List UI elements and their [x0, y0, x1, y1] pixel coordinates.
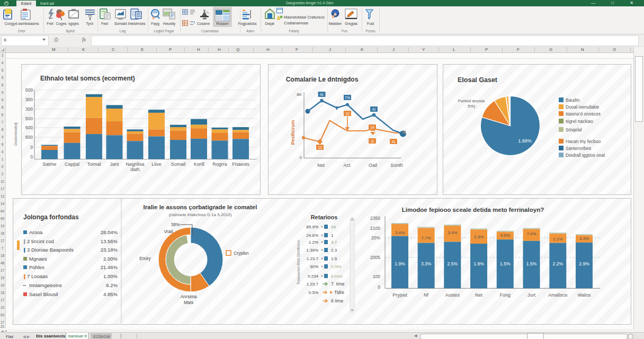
svg-text:Sarseroribes: Sarseroribes [566, 146, 591, 151]
svg-text:1.5: 1.5 [331, 256, 337, 261]
svg-text:41: 41 [320, 93, 324, 96]
svg-text:Comalarie Le dntnigdos: Comalarie Le dntnigdos [286, 76, 359, 83]
svg-text:Deidrall iggtios onal: Deidrall iggtios onal [566, 153, 605, 158]
svg-text:7 Looaas: 7 Looaas [27, 273, 48, 279]
svg-text:0: 0 [30, 145, 33, 150]
svg-text:Nf: Nf [424, 292, 428, 298]
svg-text:Baudin: Baudin [566, 97, 580, 103]
svg-text:Pryjset: Pryjset [392, 292, 407, 298]
svg-text:21.46%: 21.46% [101, 264, 118, 270]
svg-text:1.5%: 1.5% [526, 261, 537, 266]
svg-text:300: 300 [25, 97, 33, 102]
svg-text:Cryplsn: Cryplsn [234, 251, 249, 256]
svg-text:Amalisce: Amalisce [548, 292, 568, 298]
svg-text:0.234: 0.234 [308, 274, 319, 279]
svg-text:Limodoe fepiooo sceale detida: Limodoe fepiooo sceale detida meto ferri… [402, 207, 544, 213]
svg-text:Ethnalo tetal somcs (ecorment): Ethnalo tetal somcs (ecorment) [40, 75, 135, 82]
svg-text:Inniamgeeoins: Inniamgeeoins [29, 282, 62, 288]
svg-text:2.3: 2.3 [331, 248, 337, 253]
svg-text:Arooa: Arooa [29, 229, 43, 235]
svg-text:1.23.7: 1.23.7 [307, 282, 319, 287]
svg-text:Emiry: Emiry [139, 256, 151, 261]
svg-text:Retarioos: Retarioos [311, 214, 338, 220]
svg-text:11: 11 [371, 139, 374, 143]
svg-text:600: 600 [25, 135, 33, 140]
svg-text:Thassanbs RGb Dibhfrimm: Thassanbs RGb Dibhfrimm [297, 240, 300, 285]
svg-text:Somail: Somail [171, 162, 186, 167]
svg-text:3.3%: 3.3% [421, 261, 432, 266]
svg-text:500: 500 [25, 87, 33, 93]
svg-text:Rogrra: Rogrra [212, 162, 227, 167]
svg-text:2.2%: 2.2% [553, 261, 564, 266]
svg-text:0.5%: 0.5% [309, 290, 318, 295]
svg-text:(nsimade lHakcfoss G 1a 5.2010: (nsimade lHakcfoss G 1a 5.2010) [169, 212, 232, 217]
svg-text:13.56%: 13.56% [101, 238, 118, 244]
svg-text:1.39%: 1.39% [306, 248, 318, 253]
svg-text:1.2%: 1.2% [309, 240, 318, 245]
svg-text:2350: 2350 [370, 216, 380, 221]
svg-text:Mais: Mais [184, 300, 193, 305]
svg-text:6.2%: 6.2% [106, 282, 118, 288]
svg-text:Konll: Konll [194, 162, 204, 167]
svg-text:Elosal Gaset: Elosal Gaset [458, 76, 498, 84]
svg-text:13: 13 [318, 146, 322, 149]
svg-text:Net: Net [475, 292, 483, 298]
svg-text:0: 0 [378, 284, 380, 290]
svg-text:4.3%: 4.3% [579, 236, 589, 241]
svg-text:Duoal iverudakie: Duoal iverudakie [566, 104, 600, 110]
svg-text:23.18%: 23.18% [101, 247, 118, 253]
svg-text:Smqelal: Smqelal [566, 127, 582, 132]
svg-text:14: 14 [370, 126, 374, 129]
svg-text:2.3%: 2.3% [474, 235, 484, 239]
svg-text:8 more: 8 more [331, 274, 343, 278]
svg-text:Mgnaes: Mgnaes [29, 256, 47, 262]
svg-text:Anrsima: Anrsima [180, 294, 196, 299]
svg-text:8K: 8K [297, 92, 302, 97]
svg-text:Sasel Blousil: Sasel Blousil [29, 291, 58, 297]
svg-text:2100: 2100 [370, 226, 380, 231]
svg-text:300: 300 [25, 106, 33, 112]
svg-text:14: 14 [331, 225, 336, 229]
svg-text:Iralie le assons çorbatigrade: Iralie le assons çorbatigrade le comatel [144, 204, 257, 210]
svg-text:Net: Net [317, 163, 325, 168]
svg-text:1.68%: 1.68% [518, 138, 532, 144]
svg-text:Pohles: Pohles [29, 264, 44, 270]
svg-text:41: 41 [372, 108, 376, 111]
svg-text:2.1%: 2.1% [553, 237, 562, 242]
svg-text:Austes: Austes [445, 292, 460, 298]
svg-text:3 Dioniae Baapoonls: 3 Dioniae Baapoonls [27, 247, 74, 253]
svg-text:Pesthcrum: Pesthcrum [290, 120, 296, 145]
svg-text:Fong: Fong [500, 292, 511, 298]
svg-text:6 Iime: 6 Iime [331, 298, 343, 304]
svg-text:1.9%: 1.9% [473, 261, 484, 266]
svg-text:Vrait: Vrait [164, 229, 173, 234]
svg-text:0: 0 [300, 155, 302, 160]
svg-text:Tidre: Tidre [334, 290, 344, 295]
svg-text:Walos: Walos [578, 292, 591, 298]
svg-text:Funlod arcoos: Funlod arcoos [458, 99, 485, 103]
svg-text:sigrel nackiao: sigrel nackiao [566, 119, 593, 124]
svg-text:Isaona'd onosces: Isaona'd onosces [566, 111, 601, 117]
svg-text:dath: dath [130, 167, 140, 172]
svg-text:7.7%: 7.7% [421, 236, 431, 240]
svg-text:Jolonga forfondas: Jolonga forfondas [23, 213, 79, 221]
svg-text:Jurt: Jurt [527, 292, 536, 298]
svg-text:2.9%: 2.9% [579, 261, 589, 266]
svg-text:0.26%: 0.26% [331, 265, 342, 269]
svg-text:100: 100 [373, 274, 380, 279]
svg-text:2005: 2005 [370, 255, 380, 260]
svg-text:24.6%: 24.6% [306, 233, 318, 238]
svg-text:1: 1 [331, 233, 334, 238]
svg-text:7%: 7% [345, 96, 350, 100]
svg-text:0: 0 [30, 154, 33, 159]
svg-text:600: 600 [25, 125, 33, 130]
svg-text:1.5%: 1.5% [500, 261, 511, 266]
svg-text:2 tincint cod: 2 tincint cod [27, 238, 54, 244]
svg-text:38%: 38% [171, 222, 180, 227]
svg-text:Negnlisa: Negnlisa [126, 162, 144, 167]
svg-text:9.5%: 9.5% [500, 233, 510, 238]
svg-text:Capjtal: Capjtal [65, 162, 79, 167]
svg-text:30%: 30% [310, 264, 318, 269]
svg-text:2.5%: 2.5% [448, 261, 458, 266]
svg-text:Act: Act [343, 163, 351, 168]
